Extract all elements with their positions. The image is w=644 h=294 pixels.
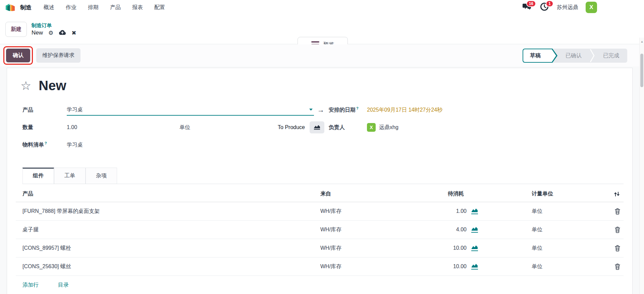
app-name[interactable]: 制造: [20, 4, 32, 11]
field-quantity-row: 数量 1.00 单位 To Produce: [22, 119, 324, 136]
row-uom[interactable]: 单位: [478, 245, 589, 252]
forecast-graph-button[interactable]: [310, 121, 324, 133]
tab-work-orders[interactable]: 工单: [54, 168, 86, 184]
row-product[interactable]: [FURN_7888] 带屏幕的桌面支架: [16, 208, 320, 215]
manufacturing-app-icon[interactable]: [5, 3, 15, 12]
product-label: 产品: [22, 107, 67, 114]
settings-gear-icon[interactable]: ⚙: [48, 30, 53, 36]
component-row[interactable]: [FURN_7888] 带屏幕的桌面支架 WH/库存 1.00 单位: [16, 202, 624, 221]
component-row[interactable]: [CONS_89957] 螺栓 WH/库存 10.00 单位: [16, 239, 624, 257]
delete-row-button[interactable]: [615, 245, 620, 251]
component-row[interactable]: [CONS_25630] 螺丝 WH/库存 10.00 单位: [16, 257, 624, 276]
row-from[interactable]: WH/库存: [320, 208, 418, 215]
delete-row-button[interactable]: [615, 227, 620, 233]
header-from[interactable]: 来自: [320, 190, 418, 197]
scheduled-date-value[interactable]: 2025年09月17日 14时27分24秒: [367, 107, 442, 114]
row-uom[interactable]: 单位: [478, 263, 589, 270]
scheduled-date-label: 安排的日期?: [329, 106, 367, 114]
responsible-value-tag[interactable]: X 远鼎xhg: [367, 123, 398, 132]
maintenance-request-button[interactable]: 维护保养请求: [36, 48, 80, 63]
messages-badge: 16: [526, 0, 536, 7]
row-product[interactable]: [CONS_25630] 螺丝: [16, 263, 320, 270]
stage-confirmed[interactable]: 已确认: [557, 49, 590, 63]
menu-item-planning[interactable]: 排期: [88, 4, 99, 11]
tab-components[interactable]: 组件: [22, 168, 54, 184]
dropdown-caret-icon[interactable]: [309, 109, 313, 111]
row-uom[interactable]: 单位: [478, 226, 589, 233]
menu-item-overview[interactable]: 概述: [44, 4, 54, 11]
scheduled-date-help-icon[interactable]: ?: [356, 106, 359, 110]
quantity-label: 数量: [22, 124, 67, 131]
menu-item-reporting[interactable]: 报表: [132, 4, 143, 11]
uom-value[interactable]: 单位: [179, 124, 278, 131]
row-from[interactable]: WH/库存: [320, 263, 418, 270]
field-bom-row: 物料清单? 学习桌: [22, 136, 324, 154]
header-to-consume[interactable]: 待消耗: [418, 190, 478, 197]
stage-pipeline: 草稿 已确认 已完成: [523, 49, 627, 63]
bom-help-icon[interactable]: ?: [45, 141, 47, 145]
forecast-chart-icon[interactable]: [471, 208, 478, 214]
messages-button[interactable]: 16: [522, 2, 532, 12]
internal-link-arrow-icon[interactable]: →: [317, 106, 324, 114]
components-table: 产品 来自 待消耗 计量单位 [FURN_7888] 带屏幕的桌面支架 WH/库…: [16, 186, 624, 294]
column-sliders-icon: [613, 191, 620, 197]
form-fields: 产品 学习桌 → 数量 1.00 单位 To Produce: [22, 101, 624, 154]
user-avatar[interactable]: X: [586, 2, 597, 13]
breadcrumb-parent-link[interactable]: 制造订单: [32, 22, 76, 29]
delete-row-button[interactable]: [615, 263, 620, 270]
stage-done[interactable]: 已完成: [595, 49, 627, 63]
trash-icon: [615, 245, 620, 251]
company-switcher[interactable]: 苏州远鼎: [557, 4, 578, 11]
form-sheet: ☆ New 产品 学习桌 → 数量 1.00 单位 To Produce: [7, 68, 633, 294]
record-title: New: [39, 78, 66, 93]
component-row[interactable]: 桌子腿 WH/库存 4.00 单位: [16, 221, 624, 239]
row-to-consume[interactable]: 10.00: [453, 245, 467, 251]
row-uom[interactable]: 单位: [478, 208, 589, 215]
add-line-link[interactable]: 添加行: [22, 282, 39, 289]
header-product[interactable]: 产品: [16, 190, 320, 197]
stage-draft-label: 草稿: [530, 52, 541, 59]
product-input[interactable]: 学习桌: [67, 104, 314, 116]
scrollbar-thumb[interactable]: [640, 54, 643, 87]
menu-item-products[interactable]: 产品: [110, 4, 121, 11]
row-from[interactable]: WH/库存: [320, 226, 418, 233]
field-scheduled-date-row: 安排的日期? 2025年09月17日 14时27分24秒: [329, 101, 624, 119]
activities-badge: 1: [546, 0, 553, 7]
discard-x-icon[interactable]: ✖: [71, 30, 76, 36]
product-value: 学习桌: [67, 106, 309, 113]
tab-miscellaneous[interactable]: 杂项: [86, 168, 117, 184]
confirm-button[interactable]: 确认: [6, 49, 30, 62]
trash-icon: [615, 227, 620, 233]
new-button[interactable]: 新建: [5, 22, 27, 37]
scroll-up-arrow-icon[interactable]: ▲: [640, 38, 644, 46]
delete-row-button[interactable]: [615, 208, 620, 215]
row-product[interactable]: 桌子腿: [16, 226, 320, 233]
row-to-consume[interactable]: 4.00: [456, 227, 467, 233]
row-product[interactable]: [CONS_89957] 螺栓: [16, 245, 320, 252]
forecast-chart-icon[interactable]: [471, 263, 478, 270]
favorite-star-icon[interactable]: ☆: [20, 80, 31, 92]
row-to-consume[interactable]: 1.00: [456, 208, 467, 214]
header-uom[interactable]: 计量单位: [478, 190, 589, 197]
stage-draft[interactable]: 草稿: [523, 49, 557, 63]
catalog-link[interactable]: 目录: [58, 282, 69, 289]
menu-item-configuration[interactable]: 配置: [154, 4, 165, 11]
breadcrumb-current: New: [32, 30, 43, 36]
row-to-consume[interactable]: 10.00: [453, 263, 467, 270]
forecast-chart-icon[interactable]: [471, 245, 478, 251]
activities-button[interactable]: 1: [539, 2, 549, 12]
row-from[interactable]: WH/库存: [320, 245, 418, 252]
forecast-chart-icon[interactable]: [471, 227, 478, 233]
quantity-input[interactable]: 1.00: [67, 124, 179, 130]
vertical-scrollbar[interactable]: ▲: [639, 38, 644, 294]
to-produce-label: To Produce: [278, 124, 305, 130]
optional-columns-button[interactable]: [613, 191, 620, 197]
save-cloud-icon[interactable]: [59, 30, 66, 36]
responsible-label: 负责人: [329, 124, 367, 131]
form-view-background: ☆ New 产品 学习桌 → 数量 1.00 单位 To Produce: [0, 66, 644, 294]
stage-done-label: 已完成: [603, 52, 619, 59]
responsible-avatar: X: [367, 123, 376, 132]
stage-divider-chevron-icon: [590, 49, 595, 63]
menu-item-operations[interactable]: 作业: [66, 4, 76, 11]
bom-value[interactable]: 学习桌: [67, 141, 83, 149]
